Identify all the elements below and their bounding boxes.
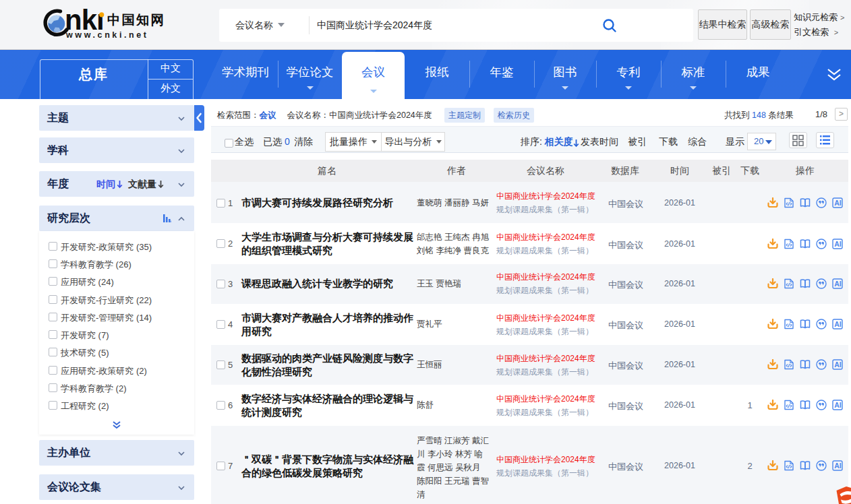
svg-text:中国知网: 中国知网 [107,13,165,27]
svg-text:www.cnki.net: www.cnki.net [65,30,149,40]
